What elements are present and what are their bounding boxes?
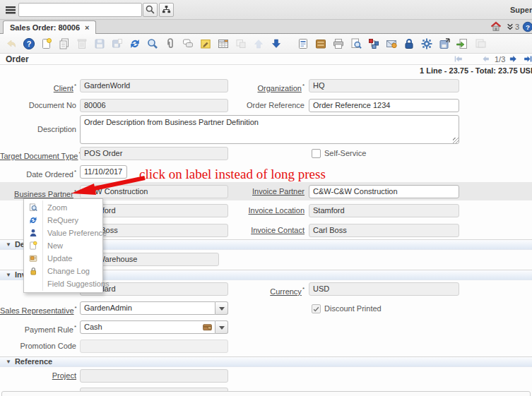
hamburger-menu-icon[interactable] <box>4 4 18 16</box>
menu-item-label: ReQuery <box>42 216 78 224</box>
label-print-icon <box>472 36 487 51</box>
nav-previous-record-icon <box>481 54 490 65</box>
sales-order-window: SuperUser Sales Order: 80006 × 3 ? ? Ord… <box>0 0 532 396</box>
value-preference-icon <box>24 228 42 238</box>
quick-form-icon <box>233 36 248 51</box>
print-preview-icon[interactable] <box>348 36 363 51</box>
description-label: Description <box>0 123 76 136</box>
workflow-icon[interactable] <box>366 36 381 51</box>
invoice-location-label[interactable]: Invoice Location <box>205 204 305 217</box>
zoom-icon <box>24 203 42 212</box>
discount-printed-label: Discount Printed <box>324 304 382 313</box>
payment-rule-dropdown-button[interactable] <box>215 320 228 334</box>
self-service-label: Self-Service <box>324 149 366 158</box>
target-document-type-field[interactable]: POS Order <box>80 147 228 160</box>
order-reference-field[interactable]: Order Reference 1234 <box>309 99 459 112</box>
nav-next-record-icon[interactable] <box>509 54 518 65</box>
logged-in-user[interactable]: SuperUser <box>510 6 532 14</box>
save-icon <box>92 36 107 51</box>
invoice-partner-field[interactable]: C&W-C&W Construction <box>309 185 459 198</box>
section-header-reference[interactable]: ▼Reference <box>0 356 532 367</box>
home-icon[interactable] <box>490 21 502 34</box>
client-label[interactable]: Client <box>0 79 76 92</box>
currency-label[interactable]: Currency <box>205 282 305 296</box>
discount-printed-checkbox[interactable] <box>312 304 321 313</box>
invoice-partner-label[interactable]: Invoice Partner <box>205 185 305 198</box>
collapse-triangle-icon: ▼ <box>6 357 11 366</box>
svg-text:?: ? <box>26 40 31 48</box>
organization-label[interactable]: Organization <box>205 79 305 92</box>
search-button[interactable] <box>143 3 158 17</box>
change-log-icon <box>24 266 42 276</box>
menu-item-new[interactable]: New <box>24 239 102 252</box>
order-reference-label: Order Reference <box>205 99 305 112</box>
report-icon[interactable] <box>295 36 310 51</box>
help-icon[interactable]: ? <box>21 36 36 51</box>
currency-field[interactable]: USD <box>309 282 459 296</box>
menu-item-label: Field Suggestions <box>42 280 109 288</box>
request-icon[interactable] <box>384 36 398 51</box>
invoice-contact-field[interactable]: Carl Boss <box>309 224 459 237</box>
copy-record-icon[interactable] <box>57 36 71 51</box>
invoice-location-field[interactable]: Stamford <box>309 204 459 217</box>
payment-rule-field[interactable]: Cash <box>80 320 215 334</box>
update-icon <box>24 253 42 263</box>
menu-item-update[interactable]: Update <box>24 252 102 265</box>
tab-close-icon[interactable]: × <box>85 23 89 32</box>
requery-icon[interactable] <box>127 36 142 51</box>
description-field[interactable]: Order Description from Business Partner … <box>80 115 459 144</box>
project-field[interactable] <box>80 369 228 383</box>
nav-first-record-icon <box>454 54 463 65</box>
collapse-triangle-icon: ▼ <box>6 240 11 249</box>
sales-representative-label[interactable]: Sales Representative <box>0 301 76 315</box>
menu-item-value-preference[interactable]: Value Preference <box>24 227 102 239</box>
collapse-triangle-icon: ▼ <box>6 270 11 280</box>
detail-pane-edge[interactable] <box>1 391 531 396</box>
help-circle-icon[interactable]: ? <box>522 21 532 34</box>
invoice-contact-label[interactable]: Invoice Contact <box>205 224 305 237</box>
menu-item-label: Update <box>42 254 72 263</box>
organization-field[interactable]: HQ <box>309 79 459 92</box>
search-icon <box>145 4 155 16</box>
target-document-type-label[interactable]: Target Document Type <box>0 147 76 160</box>
export-icon[interactable] <box>437 36 451 51</box>
window-tab-bar: Sales Order: 80006 × 3 ? <box>0 20 532 34</box>
textarea-resize-grip-icon[interactable] <box>453 138 459 143</box>
tab-breadcrumb[interactable]: Order <box>6 54 29 64</box>
menu-item-label: Zoom <box>42 203 67 212</box>
self-service-checkbox[interactable] <box>312 149 321 158</box>
new-record-icon[interactable] <box>39 36 54 51</box>
detail-record-icon[interactable] <box>268 36 283 51</box>
menu-item-zoom[interactable]: Zoom <box>24 201 102 214</box>
global-search-input[interactable] <box>18 3 142 17</box>
requery-icon <box>24 215 42 225</box>
attachment-icon[interactable] <box>162 36 177 51</box>
grid-toggle-icon[interactable] <box>215 36 230 51</box>
csv-import-icon[interactable] <box>454 36 469 51</box>
chat-icon[interactable] <box>180 36 195 51</box>
sales-representative-field[interactable]: GardenAdmin <box>80 301 215 315</box>
private-record-icon[interactable] <box>401 36 416 51</box>
find-record-icon[interactable] <box>145 36 160 51</box>
postit-icon[interactable] <box>198 36 213 51</box>
print-icon[interactable] <box>331 36 345 51</box>
svg-text:?: ? <box>526 23 530 31</box>
business-partner-label[interactable]: Business Partner <box>0 185 76 198</box>
nav-last-record-icon[interactable] <box>523 54 532 65</box>
annotation-arrow <box>67 172 152 198</box>
sales-representative-dropdown-button[interactable] <box>215 301 228 315</box>
process-icon[interactable] <box>419 36 434 51</box>
menu-item-field-suggestions[interactable]: Field Suggestions <box>24 277 102 290</box>
breadcrumb-row: Order 1/3 <box>0 54 532 65</box>
sitemap-button[interactable] <box>159 3 174 17</box>
tab-sales-order[interactable]: Sales Order: 80006 × <box>3 20 96 34</box>
document-no-label: Document No <box>0 99 76 112</box>
project-label[interactable]: Project <box>0 369 76 383</box>
archive-icon[interactable] <box>313 36 328 51</box>
menu-item-requery[interactable]: ReQuery <box>24 214 102 227</box>
promotion-code-field <box>80 340 228 353</box>
menu-item-change-log[interactable]: Change Log <box>24 265 102 277</box>
collapse-all-icon[interactable] <box>506 23 514 32</box>
new-record-icon <box>24 241 42 251</box>
annotation-text: click on label instead of long press <box>139 167 326 182</box>
